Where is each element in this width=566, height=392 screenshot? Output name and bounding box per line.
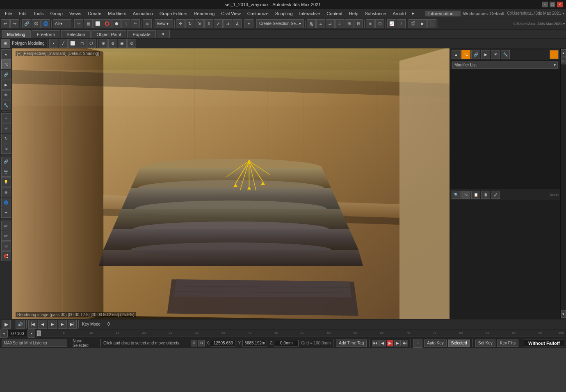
rotate-button[interactable]: ↻	[185, 19, 194, 28]
render-production-button[interactable]: ⬛	[427, 19, 436, 28]
add-key-button[interactable]: +	[413, 339, 422, 348]
select-link-button[interactable]: 🔗	[22, 19, 31, 28]
mod-tool-4[interactable]: 🗑	[481, 191, 490, 199]
display-button[interactable]: 👁	[1, 90, 11, 100]
add-time-tag-button[interactable]: Add Time Tag	[336, 340, 367, 347]
move-button[interactable]: ✛	[176, 19, 185, 28]
auto-key-button[interactable]: Auto Key	[424, 340, 447, 347]
vertex-mode[interactable]: •	[49, 39, 58, 48]
minimize-button[interactable]: –	[542, 2, 548, 7]
face-mode[interactable]: ◻	[78, 39, 87, 48]
selection-filter-dropdown[interactable]: All ▾	[53, 19, 71, 28]
menu-rendering[interactable]: Rendering	[191, 10, 218, 17]
angle-snap-button[interactable]: ∡	[233, 19, 242, 28]
menu-scripting[interactable]: Scripting	[272, 10, 296, 17]
tab-modeling[interactable]: Modeling	[2, 30, 31, 38]
shrink-sel[interactable]: ⊖	[108, 39, 117, 48]
mod-tool-2[interactable]: ⌥	[461, 191, 470, 199]
fence-region-button[interactable]: ⬟	[112, 19, 121, 28]
ring-sel[interactable]: ◉	[118, 39, 127, 48]
select-obj-lt[interactable]: ⊹	[1, 113, 11, 123]
utilities-button[interactable]: 🔧	[1, 100, 11, 110]
fr-btn-2[interactable]: ≡	[561, 57, 566, 64]
color-swatch[interactable]	[550, 50, 559, 59]
menu-file[interactable]: File	[2, 10, 16, 17]
key-filters-button[interactable]: Key Filts	[497, 340, 518, 347]
anim-play-btn[interactable]: ▶	[387, 340, 393, 346]
edge-mode[interactable]: ╱	[59, 39, 68, 48]
utilities-tab[interactable]: 🔧	[501, 50, 510, 59]
set-key-button[interactable]: Set Key	[475, 340, 495, 347]
mod-tool-5[interactable]: 🖊	[491, 191, 500, 199]
tl-arrow-left[interactable]: ◂	[0, 329, 7, 338]
create-geo-button[interactable]: ▲	[1, 49, 11, 59]
place-align-button[interactable]: ⊞	[345, 19, 354, 28]
grow-sel[interactable]: ⊕	[99, 39, 108, 48]
unlink-button[interactable]: ⛓	[32, 19, 41, 28]
fr-btn-1[interactable]: ▲	[561, 49, 566, 57]
window-crossing-button[interactable]: ⧈	[143, 19, 152, 28]
scale-button[interactable]: ⇲	[195, 19, 204, 28]
end-time-btn[interactable]: ▶|	[68, 320, 77, 329]
move-lt[interactable]: ✛	[1, 123, 11, 133]
scale2-button[interactable]: ⇳	[204, 19, 213, 28]
create-tab[interactable]: ▲	[452, 50, 461, 59]
viewport[interactable]: [+] [Perspective] [Standard] [Default Sh…	[12, 48, 450, 319]
maximize-button[interactable]: □	[550, 2, 555, 7]
tab-populate[interactable]: Populate	[127, 30, 155, 38]
x-value[interactable]: 12505.653	[211, 340, 235, 346]
reference-coord-button[interactable]: ⌖	[244, 19, 253, 28]
normal-align-button[interactable]: ⊥	[335, 19, 344, 28]
menu-content[interactable]: Content	[323, 10, 346, 17]
menu-graph-editors[interactable]: Graph Editors	[156, 10, 191, 17]
maxscript-listener[interactable]: MAXScript Mini Listener	[2, 340, 67, 347]
motion-tab[interactable]: ▶	[481, 50, 490, 59]
xy2-lt[interactable]: XY	[1, 231, 11, 241]
helpers-lt[interactable]: ⊕	[1, 187, 11, 197]
selection-set-dropdown[interactable]: Create Selection Se... ▾	[256, 19, 304, 28]
mod-tool-3[interactable]: 📋	[471, 191, 480, 199]
start-time-btn[interactable]: |◀	[28, 320, 37, 329]
place-highlight-button[interactable]: ⊿	[223, 19, 232, 28]
scale3-button[interactable]: ⤢	[214, 19, 223, 28]
xy-lt[interactable]: XY	[1, 221, 11, 230]
y-value[interactable]: 5685.192m	[242, 340, 267, 346]
prev-frame-btn[interactable]: ◀	[38, 320, 47, 329]
tl-arrow-right[interactable]: ▸	[28, 329, 35, 338]
tab-freeform[interactable]: Freeform	[32, 30, 61, 38]
align-camera-button[interactable]: ⊟	[354, 19, 363, 28]
tab-more[interactable]: ▾	[157, 30, 170, 38]
menu-customize[interactable]: Customize	[244, 10, 272, 17]
select-by-name-button[interactable]: ▤	[84, 19, 93, 28]
menu-more[interactable]: ▸	[409, 10, 418, 17]
close-button[interactable]: ✕	[557, 2, 563, 7]
tab-object-paint[interactable]: Object Paint	[91, 30, 127, 38]
polygon-icon[interactable]: ◼	[1, 39, 10, 48]
layer-manager-button[interactable]: ≡	[366, 19, 375, 28]
z-value[interactable]: 0.0mm	[274, 340, 299, 346]
loop-sel[interactable]: ⊙	[127, 39, 136, 48]
fr-btn-3[interactable]: ▼	[561, 310, 566, 318]
menu-edit[interactable]: Edit	[16, 10, 30, 17]
modify-tab[interactable]: ⌥	[461, 50, 470, 59]
menu-create[interactable]: Create	[84, 10, 105, 17]
anim-btn1[interactable]: ⏮	[372, 340, 379, 346]
coord-icon-1[interactable]: ⊞	[191, 340, 197, 346]
menu-modifiers[interactable]: Modifiers	[105, 10, 130, 17]
play-btn[interactable]: ▶	[48, 320, 57, 329]
play-anim-btn[interactable]: ▶	[2, 320, 11, 329]
rotate-lt[interactable]: ↻	[1, 134, 11, 144]
scale-lt[interactable]: ⇲	[1, 144, 11, 154]
grid-lt[interactable]: ⊞	[1, 241, 11, 251]
lasso-region-button[interactable]: ⌇	[121, 19, 130, 28]
render-frame-button[interactable]: ▶	[418, 19, 427, 28]
render-setup-button[interactable]: 🎬	[409, 19, 418, 28]
menu-tools[interactable]: Tools	[30, 10, 47, 17]
undo-button[interactable]: ↩	[1, 19, 10, 28]
bind-to-space-warp[interactable]: 🌀	[41, 19, 50, 28]
hierarchy-tab[interactable]: 🔗	[471, 50, 480, 59]
tl-counter[interactable]: 0 / 100	[7, 330, 28, 337]
curve-editor-button[interactable]: 📈	[387, 19, 396, 28]
border-mode[interactable]: ⬜	[68, 39, 77, 48]
display-tab[interactable]: 👁	[491, 50, 500, 59]
